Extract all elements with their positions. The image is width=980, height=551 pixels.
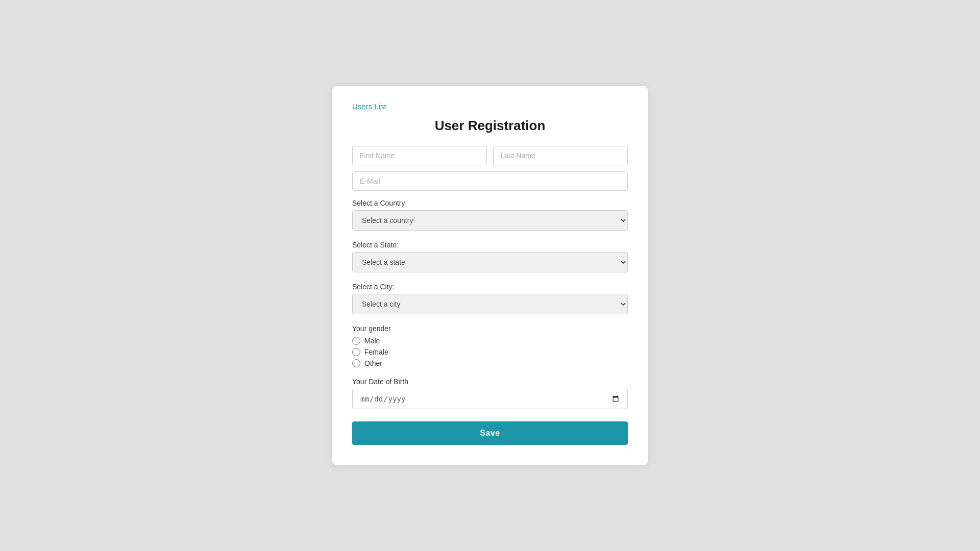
first-name-input[interactable] (352, 146, 487, 165)
dob-section: Your Date of Birth (352, 378, 628, 409)
registration-form-card: Users List User Registration Select a Co… (332, 86, 648, 465)
gender-male-label: Male (364, 337, 380, 345)
last-name-input[interactable] (493, 146, 628, 165)
city-group: Select a City: Select a city (352, 283, 628, 322)
gender-other-radio[interactable] (352, 359, 360, 367)
gender-female-radio[interactable] (352, 348, 360, 356)
gender-female-label: Female (364, 348, 388, 356)
gender-other-label: Other (364, 359, 382, 367)
country-group: Select a Country: Select a country (352, 199, 628, 239)
gender-female-option[interactable]: Female (352, 348, 628, 356)
state-select[interactable]: Select a state (352, 252, 628, 272)
users-list-link[interactable]: Users List (352, 102, 386, 111)
dob-input[interactable] (352, 389, 628, 409)
gender-label: Your gender (352, 324, 628, 333)
city-label: Select a City: (352, 283, 628, 291)
save-button[interactable]: Save (352, 421, 628, 445)
gender-male-radio[interactable] (352, 337, 360, 345)
page-title: User Registration (352, 118, 628, 134)
country-select[interactable]: Select a country (352, 210, 628, 231)
country-label: Select a Country: (352, 199, 628, 207)
state-label: Select a State: (352, 241, 628, 249)
dob-label: Your Date of Birth (352, 378, 628, 386)
city-select[interactable]: Select a city (352, 294, 628, 314)
name-row (352, 146, 628, 165)
email-row (352, 171, 628, 191)
state-group: Select a State: Select a state (352, 241, 628, 281)
email-input[interactable] (352, 171, 628, 191)
gender-section: Your gender Male Female Other (352, 324, 628, 367)
gender-male-option[interactable]: Male (352, 337, 628, 345)
gender-other-option[interactable]: Other (352, 359, 628, 367)
